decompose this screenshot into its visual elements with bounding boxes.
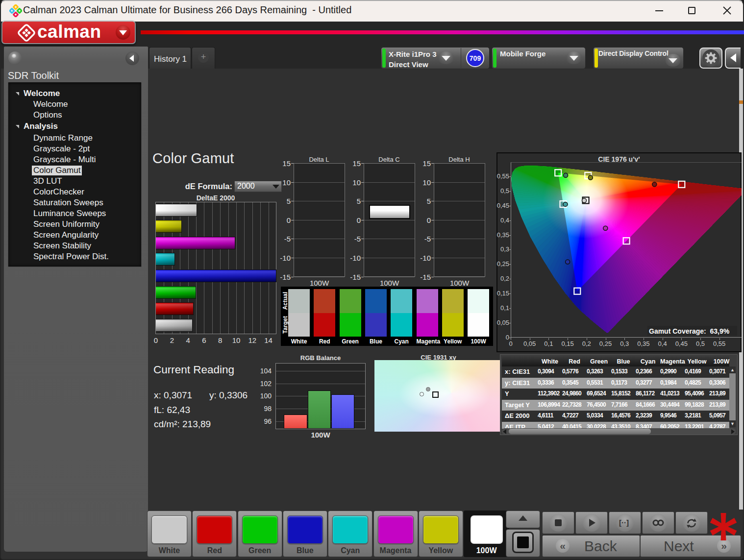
svg-text:Target: Target (282, 316, 289, 334)
svg-text:Actual: Actual (282, 292, 289, 310)
